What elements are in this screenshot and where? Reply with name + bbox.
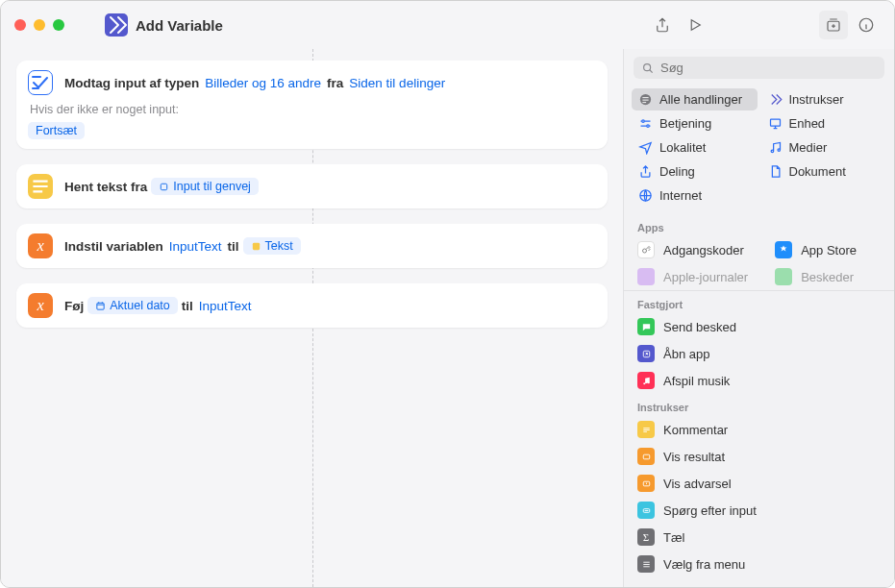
svg-point-10 [647, 125, 650, 128]
category-media[interactable]: Medier [761, 136, 887, 159]
app-row-appstore[interactable]: App Store [761, 236, 894, 263]
info-button[interactable] [852, 11, 881, 39]
no-input-prompt: Hvis der ikke er noget input: [30, 103, 596, 116]
text-icon [28, 174, 53, 199]
run-button[interactable] [681, 11, 709, 39]
category-label: Medier [789, 140, 828, 155]
setvar-value-pill[interactable]: Tekst [243, 237, 301, 255]
action-library-sidebar: Alle handlinger Instrukser Betjening Enh… [623, 49, 894, 587]
app-label: Adgangskoder [663, 243, 744, 257]
shortcuts-editor-window: Add Variable Modtag input af type [0, 0, 895, 588]
receive-input-icon [28, 70, 53, 95]
svg-point-9 [642, 120, 645, 123]
setvar-to-word: til [228, 239, 239, 254]
no-input-action-pill[interactable]: Fortsæt [28, 122, 85, 139]
script-count[interactable]: Σ Tæl [624, 524, 894, 551]
setvar-value-label: Tekst [265, 239, 293, 253]
svg-point-13 [778, 149, 781, 152]
apps-list: Adgangskoder App Store Apple-journaler B… [624, 236, 894, 290]
append-varname-token[interactable]: InputText [197, 298, 254, 314]
category-label: Enhed [789, 116, 826, 131]
variable-icon: x [28, 233, 53, 258]
category-control[interactable]: Betjening [632, 112, 758, 135]
svg-text:x: x [36, 237, 44, 255]
append-prefix: Føj [64, 299, 84, 313]
script-label: Vælg fra menu [663, 557, 745, 572]
gettext-source-pill[interactable]: Input til genvej [151, 178, 259, 195]
pinned-send-message[interactable]: Send besked [624, 313, 894, 340]
svg-rect-6 [97, 303, 104, 309]
action-get-text[interactable]: Hent tekst fra Input til genvej [16, 164, 608, 208]
svg-text:x: x [36, 297, 44, 314]
receive-types-token[interactable]: Billeder og 16 andre [203, 75, 323, 91]
open-app-icon [637, 345, 655, 362]
script-show-result[interactable]: Vis resultat [624, 443, 894, 470]
app-label: App Store [801, 243, 857, 257]
setvar-prefix: Indstil variablen [64, 239, 163, 254]
minimize-window[interactable] [34, 19, 45, 31]
category-document[interactable]: Dokument [761, 160, 887, 183]
gettext-source-label: Input til genvej [173, 180, 251, 193]
gettext-prefix: Hent tekst fra [64, 180, 147, 194]
category-sharing[interactable]: Deling [632, 160, 758, 183]
app-row-journals[interactable]: Apple-journaler [624, 263, 761, 290]
zoom-window[interactable] [53, 19, 64, 31]
pinned-list: Send besked Åbn app Afspil musik [624, 313, 894, 394]
count-icon: Σ [637, 528, 655, 546]
category-all-actions[interactable]: Alle handlinger [632, 88, 758, 110]
script-label: Vis advarsel [663, 477, 732, 491]
apps-section-header: Apps [624, 214, 894, 236]
workflow-editor[interactable]: Modtag input af typen Billeder og 16 and… [1, 49, 623, 587]
search-input[interactable] [660, 61, 877, 75]
app-row-messages[interactable]: Beskeder [761, 263, 894, 290]
svg-point-18 [647, 381, 649, 383]
receive-prefix: Modtag input af typen [64, 76, 199, 90]
pinned-and-scripts-panel: Fastgjort Send besked Åbn app [624, 290, 894, 587]
script-comment[interactable]: Kommentar [624, 416, 894, 443]
svg-rect-19 [643, 454, 649, 459]
category-label: Betjening [659, 116, 711, 131]
pinned-label: Send besked [663, 320, 736, 334]
scripts-list: Kommentar Vis resultat Vis advarsel [624, 416, 894, 577]
category-label: Dokument [789, 164, 846, 179]
svg-rect-11 [770, 119, 780, 126]
script-show-alert[interactable]: Vis advarsel [624, 470, 894, 497]
svg-point-15 [643, 249, 647, 253]
category-scripts[interactable]: Instrukser [761, 88, 887, 110]
category-device[interactable]: Enhed [761, 112, 887, 135]
category-grid: Alle handlinger Instrukser Betjening Enh… [624, 86, 894, 214]
receive-source-token[interactable]: Siden til delinger [347, 75, 447, 91]
appstore-icon [775, 241, 792, 258]
append-to-word: til [182, 299, 193, 313]
passwords-icon [637, 241, 655, 258]
app-row-passwords[interactable]: Adgangskoder [624, 236, 761, 263]
action-append-variable[interactable]: x Føj Aktuel dato til InputText [16, 283, 608, 328]
comment-icon [637, 421, 655, 438]
script-choose-menu[interactable]: Vælg fra menu [624, 551, 894, 577]
svg-point-12 [771, 150, 774, 153]
script-label: Kommentar [663, 423, 728, 437]
pinned-open-app[interactable]: Åbn app [624, 340, 894, 367]
share-button[interactable] [648, 11, 677, 39]
category-internet[interactable]: Internet [632, 184, 758, 207]
svg-point-7 [644, 63, 651, 70]
app-label: Apple-journaler [663, 270, 748, 284]
category-label: Deling [659, 164, 695, 179]
svg-rect-2 [162, 184, 167, 189]
category-label: Lokalitet [659, 140, 706, 155]
scripts-section-header: Instrukser [624, 394, 894, 416]
library-toggle[interactable] [819, 11, 848, 39]
close-window[interactable] [14, 19, 26, 31]
pinned-play-music[interactable]: Afspil musik [624, 367, 894, 394]
setvar-name-token[interactable]: InputText [167, 238, 224, 255]
action-set-variable[interactable]: x Indstil variablen InputText til Tekst [16, 224, 608, 268]
category-location[interactable]: Lokalitet [632, 136, 758, 159]
action-receive-input[interactable]: Modtag input af typen Billeder og 16 and… [16, 61, 608, 149]
window-title: Add Variable [136, 17, 223, 34]
search-field[interactable] [634, 57, 884, 79]
svg-rect-4 [252, 242, 259, 249]
append-value-label: Aktuel dato [110, 299, 170, 312]
script-ask-input[interactable]: Spørg efter input [624, 497, 894, 524]
append-value-pill[interactable]: Aktuel dato [87, 297, 178, 314]
pinned-label: Afspil musik [663, 374, 730, 388]
